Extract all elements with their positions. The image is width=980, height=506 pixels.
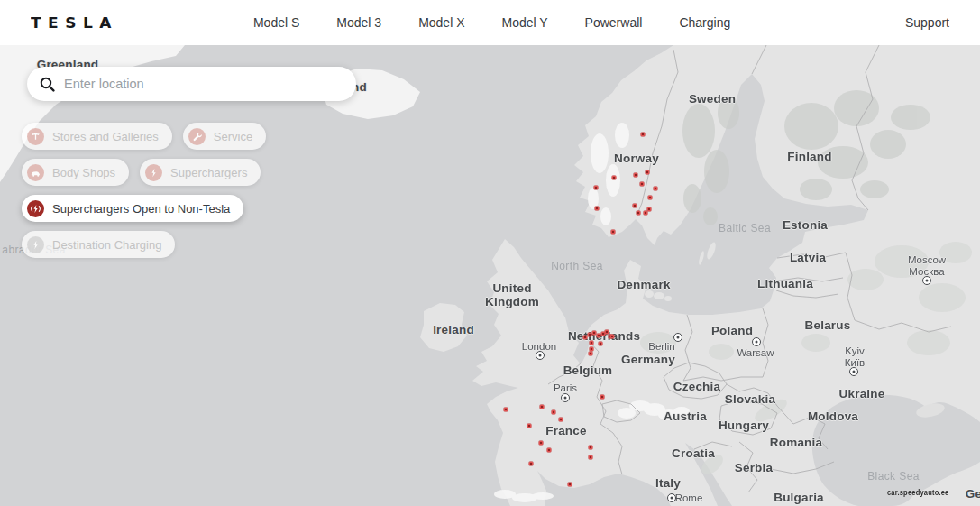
nav-link-support[interactable]: Support (905, 15, 949, 30)
supercharger-pin[interactable] (590, 341, 594, 345)
supercharger-pin[interactable] (547, 448, 552, 453)
supercharger-pin[interactable] (600, 395, 605, 400)
filter-row-2: Body ShopsSuperchargers (22, 159, 261, 186)
supercharger-pin[interactable] (634, 173, 638, 178)
supercharger-pin[interactable] (640, 182, 645, 187)
bolt-icon (145, 164, 162, 181)
supercharger-pin[interactable] (583, 336, 588, 340)
nav-link-model-y[interactable]: Model Y (501, 15, 547, 30)
city-marker-berlin (673, 333, 682, 342)
top-nav: TESLA Model SModel 3Model XModel YPowerw… (0, 0, 980, 45)
bolt-icon (27, 236, 44, 253)
supercharger-pin[interactable] (641, 133, 646, 137)
filter-chip-stores-and-galleries[interactable]: Stores and Galleries (22, 123, 172, 150)
city-marker-rome (667, 493, 676, 502)
supercharger-pin[interactable] (654, 187, 658, 191)
search-input[interactable] (62, 76, 343, 92)
supercharger-pin[interactable] (589, 352, 593, 356)
filter-row-1: Stores and GalleriesService (22, 123, 266, 150)
filter-chip-superchargers[interactable]: Superchargers (140, 159, 261, 186)
filter-chip-label: Body Shops (52, 166, 115, 179)
supercharger-pin[interactable] (612, 176, 617, 180)
nav-link-model-3[interactable]: Model 3 (336, 15, 381, 30)
search-icon (40, 77, 55, 92)
supercharger-pin[interactable] (589, 446, 593, 450)
supercharger-pin[interactable] (527, 424, 532, 428)
supercharger-pin[interactable] (529, 462, 534, 466)
city-marker-moscow (922, 276, 931, 285)
supercharger-pin[interactable] (605, 330, 609, 335)
supercharger-pin[interactable] (504, 408, 508, 412)
filter-chip-label: Destination Charging (52, 238, 161, 252)
map-watermark: car.speedyauto.ee (887, 489, 948, 498)
filter-chip-label: Stores and Galleries (52, 130, 159, 143)
filter-chip-destination-charging[interactable]: Destination Charging (22, 231, 175, 258)
supercharger-pin[interactable] (540, 405, 545, 409)
supercharger-pin[interactable] (539, 441, 544, 446)
filter-chip-superchargers-open-to-non-tesla[interactable]: Superchargers Open to Non-Tesla (22, 195, 243, 222)
filter-chip-service[interactable]: Service (183, 123, 266, 150)
filter-chip-label: Superchargers (170, 166, 247, 179)
tesla-logo-icon (27, 128, 44, 145)
car-icon (27, 164, 44, 181)
city-marker-kyiv (849, 367, 858, 376)
supercharger-pin[interactable] (648, 196, 653, 200)
supercharger-pin[interactable] (610, 335, 615, 339)
nav-link-charging[interactable]: Charging (679, 15, 730, 30)
filter-chip-body-shops[interactable]: Body Shops (22, 159, 129, 186)
supercharger-pin[interactable] (599, 342, 603, 346)
nav-links: Model SModel 3Model XModel YPowerwallCha… (253, 15, 730, 30)
supercharger-pin[interactable] (633, 204, 637, 208)
tesla-logo[interactable]: TESLA (31, 14, 118, 31)
wrench-icon (188, 128, 206, 145)
filter-row-4: Destination Charging (22, 231, 175, 258)
supercharger-pin[interactable] (647, 207, 652, 212)
city-marker-paris (561, 393, 570, 402)
supercharger-pin[interactable] (594, 186, 599, 190)
city-marker-london (536, 351, 545, 360)
supercharger-pin[interactable] (646, 170, 650, 175)
supercharger-pin[interactable] (644, 211, 648, 216)
supercharger-pin[interactable] (568, 483, 572, 487)
filter-chip-label: Superchargers Open to Non-Tesla (52, 202, 230, 216)
supercharger-pin[interactable] (552, 410, 556, 415)
supercharger-pin[interactable] (589, 455, 593, 460)
city-marker-warsaw (752, 337, 761, 346)
filter-row-3: Superchargers Open to Non-Tesla (22, 195, 243, 222)
nav-link-model-s[interactable]: Model S (253, 15, 299, 30)
location-searchbar (27, 67, 356, 101)
supercharger-pin[interactable] (637, 211, 641, 216)
supercharger-pin[interactable] (559, 418, 563, 422)
supercharger-pin[interactable] (595, 207, 600, 211)
nav-link-powerwall[interactable]: Powerwall (585, 15, 643, 30)
bolt-arcs-icon (27, 200, 44, 217)
nav-link-model-x[interactable]: Model X (418, 15, 464, 30)
filter-chip-label: Service (214, 130, 252, 143)
supercharger-pin[interactable] (611, 230, 616, 235)
europe-map[interactable]: GreenlandIcelandSwedenNorwayFinlandEston… (0, 45, 980, 506)
map-geography (0, 45, 980, 506)
